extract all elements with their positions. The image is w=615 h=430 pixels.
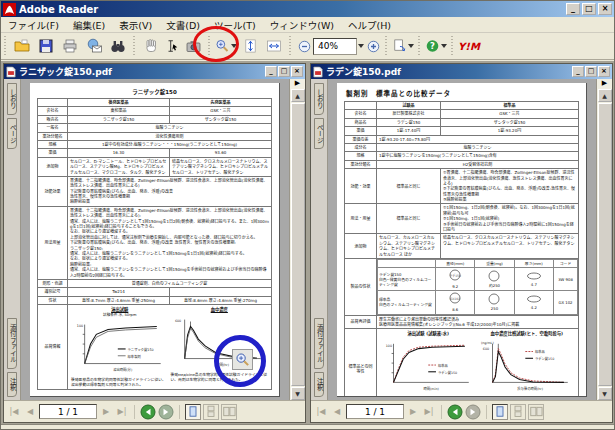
tab-pages[interactable]: ページ: [7, 118, 18, 150]
doc-titlebar[interactable]: ラデン錠150.pdf _ □ ×: [311, 64, 612, 79]
scrollbar-thumb[interactable]: [598, 103, 612, 386]
email-icon: [86, 38, 103, 54]
article-next-icon[interactable]: ▶: [295, 79, 300, 89]
mdi-area: ラニザック錠150.pdf _ □ × しおり ページ 添付ファイル 注釈 ラニ…: [1, 61, 614, 424]
document-canvas[interactable]: 製剤別 標準品との比較データ 試験品標準品 会社名辰巳製薬株式会社GSK・三共 …: [328, 79, 596, 400]
email-button[interactable]: [82, 35, 106, 58]
page-number-input[interactable]: 1 / 1: [346, 404, 404, 419]
table-cell: 250: [475, 291, 514, 314]
page-number-input[interactable]: 1 / 1: [39, 404, 97, 419]
article-next-icon[interactable]: ▶: [602, 79, 607, 89]
toolbar-grip[interactable]: [417, 36, 422, 56]
dropdown-arrow-icon[interactable]: [441, 44, 447, 48]
menu-window[interactable]: ウィンドウ(W): [263, 17, 341, 33]
doc-minimize-button[interactable]: _: [572, 66, 584, 77]
row-label: 製品の性状: [345, 258, 377, 315]
first-page-button[interactable]: |◀: [7, 407, 21, 416]
last-page-button[interactable]: ▶|: [422, 407, 436, 416]
doc-minimize-button[interactable]: _: [265, 66, 277, 77]
dropdown-arrow-icon[interactable]: [408, 44, 414, 48]
scroll-down-button[interactable]: ▼: [598, 387, 612, 400]
toolbar-grip[interactable]: [3, 36, 8, 56]
single-page-view-button[interactable]: [185, 404, 201, 420]
previous-page-button[interactable]: ◀: [330, 407, 344, 416]
page-display-button[interactable]: [391, 35, 415, 58]
scroll-up-button[interactable]: ▲: [291, 89, 305, 102]
row-label: 薬効分類名: [345, 160, 377, 168]
yahoo-messenger-button[interactable]: Y!M: [457, 35, 481, 58]
dissolution-chart: 溶出試験 試験条件:水, 50rpm 100: [70, 306, 170, 388]
single-page-view-button[interactable]: [492, 404, 508, 420]
toolbar-grip[interactable]: [384, 36, 389, 56]
continuous-view-button[interactable]: [510, 404, 526, 420]
sub-header: 厚さ(mm): [514, 259, 553, 267]
save-button[interactable]: [34, 35, 58, 58]
fit-width-button[interactable]: [262, 35, 286, 58]
search-button[interactable]: [106, 35, 130, 58]
doc-title: ラニザック錠150.pdf: [19, 65, 264, 78]
hand-tool-button[interactable]: [139, 35, 163, 58]
legend-label: 標準製剤: [128, 353, 142, 358]
tab-bookmarks[interactable]: しおり: [7, 83, 18, 115]
scrollbar-thumb[interactable]: [291, 103, 305, 386]
legend-label: ラニザック錠150: [128, 347, 154, 352]
zoom-in-button[interactable]: [364, 35, 382, 58]
scroll-down-button[interactable]: ▼: [291, 387, 305, 400]
next-page-button[interactable]: ▶: [99, 407, 113, 416]
doc-maximize-button[interactable]: □: [278, 66, 290, 77]
next-view-button[interactable]: [465, 404, 481, 420]
next-view-button[interactable]: [158, 404, 174, 420]
previous-view-button[interactable]: [140, 404, 156, 420]
previous-page-button[interactable]: ◀: [23, 407, 37, 416]
tab-pages[interactable]: ページ: [314, 118, 325, 150]
table-cell: 1錠:93.20-17.40=75.80円: [377, 135, 579, 143]
table-cell: 93.60: [170, 149, 272, 157]
app-title: Adobe Reader: [19, 4, 564, 15]
maximize-button[interactable]: □: [582, 3, 596, 15]
print-button[interactable]: [58, 35, 82, 58]
table-cell: 1錠中の有効成分:塩酸ラニチジン・・・150mg(ラニチジンとして150mg): [68, 140, 272, 148]
menu-edit[interactable]: 編集(E): [66, 17, 112, 33]
tab-comments[interactable]: 注釈: [7, 372, 18, 397]
continuous-view-button[interactable]: [203, 404, 219, 420]
row-label: 識別記号: [38, 288, 68, 296]
doc-maximize-button[interactable]: □: [585, 66, 597, 77]
binoculars-icon: [110, 38, 126, 54]
tab-bookmarks[interactable]: しおり: [314, 83, 325, 115]
menu-view[interactable]: 表示(V): [112, 17, 159, 33]
table-cell: ①胃潰瘍、十二指腸潰瘍、吻合部潰瘍、Zollinger-Ellison症候群、逆…: [441, 169, 579, 204]
tab-attachments[interactable]: 添付ファイル: [314, 318, 325, 369]
close-button[interactable]: ×: [598, 3, 612, 15]
facing-view-button[interactable]: [528, 404, 544, 420]
doc-titlebar[interactable]: ラニザック錠150.pdf _ □ ×: [4, 64, 305, 79]
menu-file[interactable]: ファイル(F): [1, 17, 66, 33]
toolbar-grip[interactable]: [450, 36, 455, 56]
doc-close-button[interactable]: ×: [598, 66, 610, 77]
vertical-scrollbar[interactable]: ▶ ▲ ▼: [596, 79, 612, 400]
scroll-up-button[interactable]: ▲: [598, 89, 612, 102]
previous-view-button[interactable]: [447, 404, 463, 420]
facing-view-button[interactable]: [221, 404, 237, 420]
minimize-button[interactable]: _: [566, 3, 580, 15]
printer-icon: [62, 38, 78, 54]
row-label: 商品名: [345, 118, 377, 126]
zoom-level-input[interactable]: 40%: [313, 38, 357, 55]
select-tool-button[interactable]: [163, 35, 181, 58]
doc-close-button[interactable]: ×: [291, 66, 303, 77]
table-cell: 溶出試験 (試験液:水) 100 標準品: [377, 329, 579, 397]
last-page-button[interactable]: ▶|: [115, 407, 129, 416]
first-page-button[interactable]: |◀: [314, 407, 328, 416]
next-page-button[interactable]: ▶: [406, 407, 420, 416]
fit-height-button[interactable]: [238, 35, 262, 58]
help-button[interactable]: ?: [424, 35, 448, 58]
tab-attachments[interactable]: 添付ファイル: [7, 318, 18, 369]
open-button[interactable]: [10, 35, 34, 58]
toolbar-grip[interactable]: [288, 36, 293, 56]
toolbar-grip[interactable]: [132, 36, 137, 56]
menu-help[interactable]: ヘルプ(H): [341, 17, 398, 33]
zoom-out-button[interactable]: [295, 35, 313, 58]
document-window-raden: ラデン錠150.pdf _ □ × しおり ページ 添付ファイル 注釈 製剤別 …: [310, 63, 613, 423]
tab-comments[interactable]: 注釈: [314, 372, 325, 397]
app-titlebar[interactable]: Adobe Reader _ □ ×: [1, 1, 614, 17]
vertical-scrollbar[interactable]: ▶ ▲ ▼: [289, 79, 305, 400]
